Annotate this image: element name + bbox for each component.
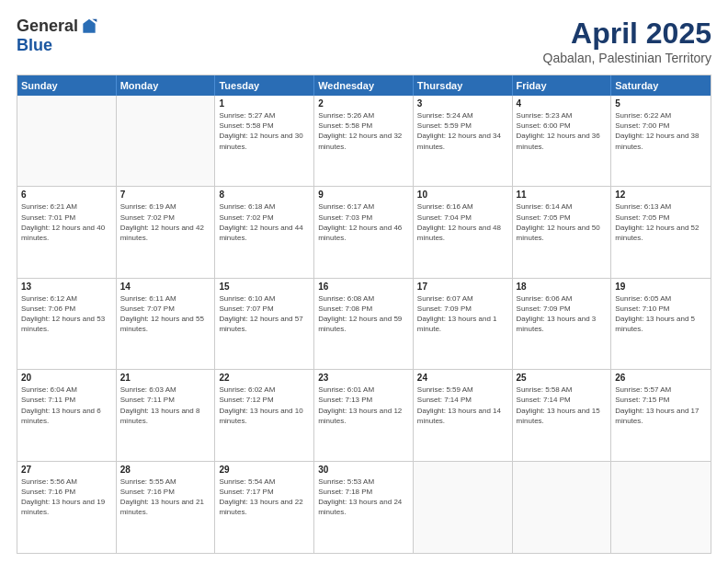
day-info-13: Sunrise: 6:12 AM Sunset: 7:06 PM Dayligh… bbox=[21, 293, 112, 335]
day-number-23: 23 bbox=[318, 373, 409, 383]
day-number-1: 1 bbox=[219, 98, 310, 109]
day-cell-1-3: 9Sunrise: 6:17 AM Sunset: 7:03 PM Daylig… bbox=[314, 187, 414, 277]
day-number-24: 24 bbox=[417, 373, 508, 383]
page-container: General Blue April 2025 Qabalan, Palesti… bbox=[0, 0, 728, 563]
day-number-18: 18 bbox=[517, 282, 608, 292]
day-cell-0-3: 2Sunrise: 5:26 AM Sunset: 5:58 PM Daylig… bbox=[314, 96, 414, 186]
day-monday: Monday bbox=[117, 75, 216, 96]
title-section: April 2025 Qabalan, Palestinian Territor… bbox=[543, 17, 711, 65]
day-cell-0-0 bbox=[17, 96, 117, 186]
day-number-14: 14 bbox=[120, 282, 211, 292]
day-number-9: 9 bbox=[318, 190, 409, 200]
day-cell-2-2: 15Sunrise: 6:10 AM Sunset: 7:07 PM Dayli… bbox=[215, 279, 314, 369]
logo-general: General bbox=[17, 17, 78, 36]
day-cell-4-0: 27Sunrise: 5:56 AM Sunset: 7:16 PM Dayli… bbox=[17, 462, 117, 553]
day-info-19: Sunrise: 6:05 AM Sunset: 7:10 PM Dayligh… bbox=[615, 293, 707, 335]
day-cell-3-0: 20Sunrise: 6:04 AM Sunset: 7:11 PM Dayli… bbox=[17, 370, 117, 460]
day-cell-0-1 bbox=[117, 96, 216, 186]
day-cell-0-5: 4Sunrise: 5:23 AM Sunset: 6:00 PM Daylig… bbox=[513, 96, 612, 186]
week-row-3: 20Sunrise: 6:04 AM Sunset: 7:11 PM Dayli… bbox=[17, 370, 711, 461]
day-info-12: Sunrise: 6:13 AM Sunset: 7:05 PM Dayligh… bbox=[615, 201, 707, 243]
day-info-8: Sunrise: 6:18 AM Sunset: 7:02 PM Dayligh… bbox=[219, 201, 310, 243]
day-cell-2-3: 16Sunrise: 6:08 AM Sunset: 7:08 PM Dayli… bbox=[314, 279, 414, 369]
day-sunday: Sunday bbox=[17, 75, 117, 96]
calendar-header: Sunday Monday Tuesday Wednesday Thursday… bbox=[17, 75, 711, 96]
day-info-2: Sunrise: 5:26 AM Sunset: 5:58 PM Dayligh… bbox=[318, 110, 409, 152]
day-cell-3-1: 21Sunrise: 6:03 AM Sunset: 7:11 PM Dayli… bbox=[117, 370, 216, 460]
week-row-4: 27Sunrise: 5:56 AM Sunset: 7:16 PM Dayli… bbox=[17, 462, 711, 553]
day-number-4: 4 bbox=[517, 98, 608, 109]
day-info-30: Sunrise: 5:53 AM Sunset: 7:18 PM Dayligh… bbox=[318, 477, 409, 518]
day-info-10: Sunrise: 6:16 AM Sunset: 7:04 PM Dayligh… bbox=[417, 201, 508, 243]
day-cell-3-5: 25Sunrise: 5:58 AM Sunset: 7:14 PM Dayli… bbox=[513, 370, 612, 460]
day-info-29: Sunrise: 5:54 AM Sunset: 7:17 PM Dayligh… bbox=[219, 477, 310, 518]
day-saturday: Saturday bbox=[611, 75, 711, 96]
day-number-19: 19 bbox=[615, 282, 707, 292]
day-cell-3-6: 26Sunrise: 5:57 AM Sunset: 7:15 PM Dayli… bbox=[611, 370, 711, 460]
week-row-0: 1Sunrise: 5:27 AM Sunset: 5:58 PM Daylig… bbox=[17, 96, 711, 187]
day-cell-1-5: 11Sunrise: 6:14 AM Sunset: 7:05 PM Dayli… bbox=[513, 187, 612, 277]
day-cell-1-0: 6Sunrise: 6:21 AM Sunset: 7:01 PM Daylig… bbox=[17, 187, 117, 277]
day-info-18: Sunrise: 6:06 AM Sunset: 7:09 PM Dayligh… bbox=[517, 293, 608, 335]
day-info-26: Sunrise: 5:57 AM Sunset: 7:15 PM Dayligh… bbox=[615, 385, 707, 426]
day-number-16: 16 bbox=[318, 282, 409, 292]
day-cell-0-6: 5Sunrise: 6:22 AM Sunset: 7:00 PM Daylig… bbox=[611, 96, 711, 186]
day-info-16: Sunrise: 6:08 AM Sunset: 7:08 PM Dayligh… bbox=[318, 293, 409, 335]
day-info-11: Sunrise: 6:14 AM Sunset: 7:05 PM Dayligh… bbox=[517, 201, 608, 243]
day-number-21: 21 bbox=[120, 373, 211, 383]
week-row-2: 13Sunrise: 6:12 AM Sunset: 7:06 PM Dayli… bbox=[17, 279, 711, 370]
day-info-14: Sunrise: 6:11 AM Sunset: 7:07 PM Dayligh… bbox=[120, 293, 211, 335]
day-info-4: Sunrise: 5:23 AM Sunset: 6:00 PM Dayligh… bbox=[517, 110, 608, 152]
day-number-6: 6 bbox=[21, 190, 112, 200]
day-cell-1-4: 10Sunrise: 6:16 AM Sunset: 7:04 PM Dayli… bbox=[414, 187, 513, 277]
day-number-7: 7 bbox=[120, 190, 211, 200]
day-info-15: Sunrise: 6:10 AM Sunset: 7:07 PM Dayligh… bbox=[219, 293, 310, 335]
day-wednesday: Wednesday bbox=[314, 75, 414, 96]
day-info-22: Sunrise: 6:02 AM Sunset: 7:12 PM Dayligh… bbox=[219, 385, 310, 426]
day-cell-1-2: 8Sunrise: 6:18 AM Sunset: 7:02 PM Daylig… bbox=[215, 187, 314, 277]
day-number-3: 3 bbox=[417, 98, 508, 109]
day-number-25: 25 bbox=[517, 373, 608, 383]
day-number-28: 28 bbox=[120, 465, 211, 475]
day-cell-3-3: 23Sunrise: 6:01 AM Sunset: 7:13 PM Dayli… bbox=[314, 370, 414, 460]
day-number-10: 10 bbox=[417, 190, 508, 200]
day-number-8: 8 bbox=[219, 190, 310, 200]
day-info-9: Sunrise: 6:17 AM Sunset: 7:03 PM Dayligh… bbox=[318, 201, 409, 243]
day-info-23: Sunrise: 6:01 AM Sunset: 7:13 PM Dayligh… bbox=[318, 385, 409, 426]
day-info-25: Sunrise: 5:58 AM Sunset: 7:14 PM Dayligh… bbox=[517, 385, 608, 426]
day-info-28: Sunrise: 5:55 AM Sunset: 7:16 PM Dayligh… bbox=[120, 477, 211, 518]
day-cell-4-6 bbox=[611, 462, 711, 553]
day-info-24: Sunrise: 5:59 AM Sunset: 7:14 PM Dayligh… bbox=[417, 385, 508, 426]
day-number-5: 5 bbox=[615, 98, 707, 109]
day-number-13: 13 bbox=[21, 282, 112, 292]
day-friday: Friday bbox=[513, 75, 612, 96]
page-header: General Blue April 2025 Qabalan, Palesti… bbox=[17, 17, 711, 65]
day-info-1: Sunrise: 5:27 AM Sunset: 5:58 PM Dayligh… bbox=[219, 110, 310, 152]
day-number-27: 27 bbox=[21, 465, 112, 475]
day-cell-4-5 bbox=[513, 462, 612, 553]
day-number-17: 17 bbox=[417, 282, 508, 292]
day-info-6: Sunrise: 6:21 AM Sunset: 7:01 PM Dayligh… bbox=[21, 201, 112, 243]
day-thursday: Thursday bbox=[414, 75, 513, 96]
week-row-1: 6Sunrise: 6:21 AM Sunset: 7:01 PM Daylig… bbox=[17, 187, 711, 278]
day-cell-4-2: 29Sunrise: 5:54 AM Sunset: 7:17 PM Dayli… bbox=[215, 462, 314, 553]
day-cell-4-1: 28Sunrise: 5:55 AM Sunset: 7:16 PM Dayli… bbox=[117, 462, 216, 553]
day-cell-2-5: 18Sunrise: 6:06 AM Sunset: 7:09 PM Dayli… bbox=[513, 279, 612, 369]
logo-blue: Blue bbox=[17, 36, 52, 55]
logo: General Blue bbox=[17, 17, 98, 55]
day-number-15: 15 bbox=[219, 282, 310, 292]
calendar-body: 1Sunrise: 5:27 AM Sunset: 5:58 PM Daylig… bbox=[17, 96, 711, 553]
day-cell-1-1: 7Sunrise: 6:19 AM Sunset: 7:02 PM Daylig… bbox=[117, 187, 216, 277]
day-tuesday: Tuesday bbox=[215, 75, 314, 96]
day-cell-2-6: 19Sunrise: 6:05 AM Sunset: 7:10 PM Dayli… bbox=[611, 279, 711, 369]
day-cell-1-6: 12Sunrise: 6:13 AM Sunset: 7:05 PM Dayli… bbox=[611, 187, 711, 277]
day-info-20: Sunrise: 6:04 AM Sunset: 7:11 PM Dayligh… bbox=[21, 385, 112, 426]
day-number-2: 2 bbox=[318, 98, 409, 109]
day-cell-3-2: 22Sunrise: 6:02 AM Sunset: 7:12 PM Dayli… bbox=[215, 370, 314, 460]
day-number-29: 29 bbox=[219, 465, 310, 475]
day-cell-2-4: 17Sunrise: 6:07 AM Sunset: 7:09 PM Dayli… bbox=[414, 279, 513, 369]
day-number-11: 11 bbox=[517, 190, 608, 200]
day-number-30: 30 bbox=[318, 465, 409, 475]
day-cell-2-1: 14Sunrise: 6:11 AM Sunset: 7:07 PM Dayli… bbox=[117, 279, 216, 369]
month-title: April 2025 bbox=[543, 17, 711, 51]
